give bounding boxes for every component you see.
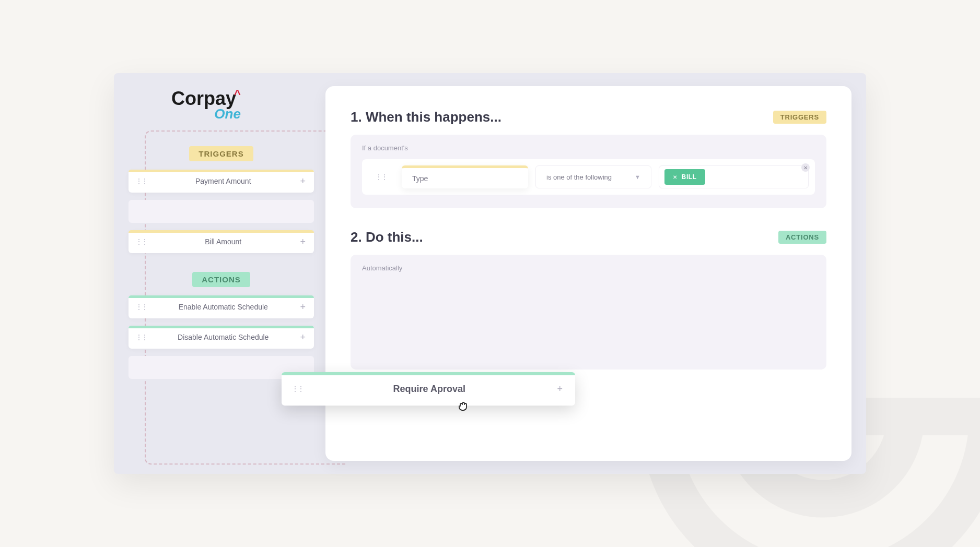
value-pill[interactable]: ✕ BILL: [664, 169, 705, 185]
drag-handle-icon[interactable]: ⋮⋮: [282, 385, 314, 393]
add-icon[interactable]: +: [291, 302, 314, 313]
add-icon[interactable]: +: [291, 176, 314, 187]
trigger-card-payment-amount[interactable]: ⋮⋮ Payment Amount +: [129, 170, 314, 193]
condition-field-select[interactable]: Type: [402, 165, 528, 188]
drag-handle-icon[interactable]: ⋮⋮: [129, 334, 155, 341]
action-hint: Automatically: [362, 264, 815, 272]
step1-title: 1. When this happens...: [351, 109, 501, 125]
step2-title: 2. Do this...: [351, 229, 423, 245]
trigger-label: Payment Amount: [155, 177, 291, 185]
remove-pill-icon[interactable]: ✕: [673, 174, 678, 180]
condition-field-value: Type: [412, 174, 428, 183]
drag-handle-icon[interactable]: ⋮⋮: [368, 173, 394, 181]
trigger-accent: [129, 230, 314, 233]
condition-hint: If a document's: [362, 144, 815, 152]
trigger-card-bill-amount[interactable]: ⋮⋮ Bill Amount +: [129, 230, 314, 253]
action-accent: [129, 326, 314, 328]
action-card-enable-schedule[interactable]: ⋮⋮ Enable Automatic Schedule +: [129, 295, 314, 318]
action-label: Disable Automatic Schedule: [155, 333, 291, 341]
action-accent: [129, 295, 314, 298]
drag-handle-icon[interactable]: ⋮⋮: [129, 238, 155, 245]
remove-row-button[interactable]: ✕: [801, 163, 810, 172]
brand-caret-icon: ^: [234, 88, 241, 101]
triggers-badge: TRIGGERS: [773, 111, 826, 124]
action-label: Enable Automatic Schedule: [155, 303, 291, 311]
trigger-label: Bill Amount: [155, 237, 291, 246]
sidebar: TRIGGERS ⋮⋮ Payment Amount + ⋮⋮ Bill Amo…: [129, 146, 314, 386]
action-drop-box[interactable]: Automatically: [351, 255, 826, 370]
actions-badge: ACTIONS: [778, 231, 826, 244]
add-icon[interactable]: +: [291, 236, 314, 247]
condition-operator-value: is one of the following: [546, 173, 612, 181]
triggers-section-label: TRIGGERS: [189, 146, 253, 161]
drag-handle-icon[interactable]: ⋮⋮: [129, 303, 155, 311]
chevron-down-icon: ▼: [635, 174, 640, 180]
empty-slot[interactable]: [129, 200, 314, 223]
trigger-accent: [129, 170, 314, 172]
pill-text: BILL: [682, 173, 697, 181]
dragging-label: Require Aproval: [314, 384, 544, 395]
trigger-condition-box: If a document's ⋮⋮ Type is one of the fo…: [351, 135, 826, 208]
action-card-disable-schedule[interactable]: ⋮⋮ Disable Automatic Schedule +: [129, 326, 314, 349]
app-frame: Corpay^ One TRIGGERS ⋮⋮ Payment Amount +…: [114, 73, 866, 474]
condition-value-input[interactable]: ✕ BILL: [659, 165, 809, 188]
brand-logo: Corpay^ One: [171, 89, 241, 121]
actions-section-label: ACTIONS: [192, 272, 250, 287]
condition-row: ⋮⋮ Type is one of the following ▼ ✕ BILL…: [362, 159, 815, 195]
condition-operator-select[interactable]: is one of the following ▼: [535, 165, 651, 188]
action-accent: [282, 372, 575, 375]
drag-handle-icon[interactable]: ⋮⋮: [129, 177, 155, 185]
add-icon[interactable]: +: [544, 384, 575, 395]
add-icon[interactable]: +: [291, 332, 314, 343]
dragging-action-card[interactable]: ⋮⋮ Require Aproval +: [282, 372, 575, 406]
